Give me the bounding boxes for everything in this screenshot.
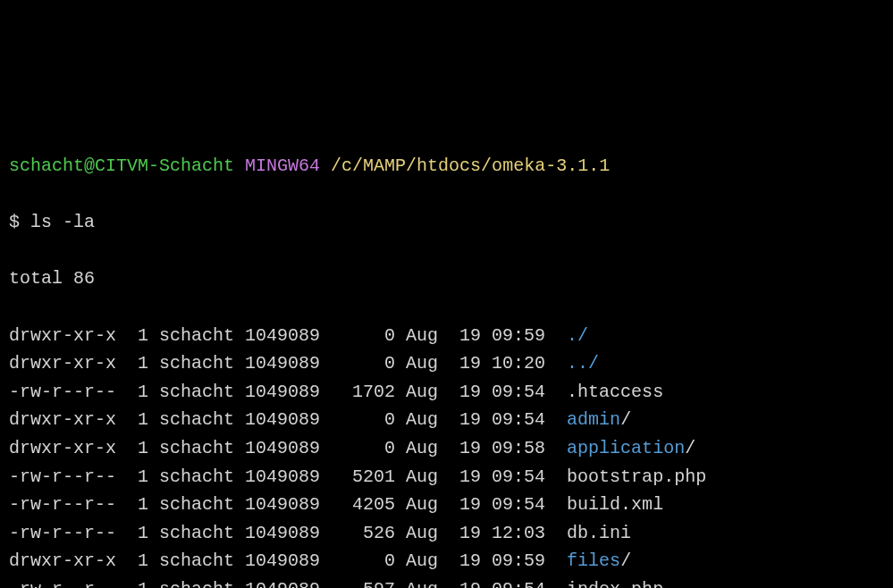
col-perm: drwxr-xr-x bbox=[9, 406, 127, 434]
col-links: 1 bbox=[127, 491, 148, 519]
col-links: 1 bbox=[127, 463, 148, 491]
listing-row: -rw-r--r--1 schacht1049089597 Aug19 09:5… bbox=[9, 575, 884, 588]
col-day: 19 bbox=[449, 349, 481, 378]
col-perm: -rw-r--r-- bbox=[9, 575, 127, 588]
col-group: 1049089 bbox=[245, 322, 331, 350]
listing-row: -rw-r--r--1 schacht10490895201 Aug19 09:… bbox=[9, 463, 884, 491]
dir-slash: / bbox=[620, 550, 631, 571]
col-day: 19 bbox=[449, 378, 481, 407]
col-owner: schacht bbox=[159, 378, 245, 407]
col-month: Aug bbox=[406, 463, 449, 491]
col-size: 0 bbox=[331, 547, 395, 575]
col-time: 09:59 bbox=[492, 547, 556, 575]
listing-row: -rw-r--r--1 schacht1049089526 Aug19 12:0… bbox=[9, 519, 884, 548]
col-links: 1 bbox=[127, 349, 148, 378]
col-time: 10:20 bbox=[492, 349, 556, 378]
col-perm: -rw-r--r-- bbox=[9, 519, 127, 548]
col-group: 1049089 bbox=[245, 406, 331, 434]
col-links: 1 bbox=[127, 378, 148, 407]
col-owner: schacht bbox=[159, 519, 245, 548]
col-day: 19 bbox=[449, 519, 481, 548]
col-owner: schacht bbox=[159, 547, 245, 575]
col-time: 12:03 bbox=[492, 519, 556, 548]
file-name: index.php bbox=[567, 579, 663, 588]
col-month: Aug bbox=[406, 519, 449, 548]
cwd-path: /c/MAMP/htdocs/omeka-3.1.1 bbox=[331, 155, 610, 176]
file-name: ../ bbox=[567, 353, 599, 374]
col-size: 0 bbox=[331, 349, 395, 378]
dir-name: files bbox=[567, 550, 620, 571]
col-group: 1049089 bbox=[245, 519, 331, 548]
col-time: 09:54 bbox=[492, 406, 556, 434]
col-links: 1 bbox=[127, 547, 148, 575]
col-time: 09:54 bbox=[492, 378, 556, 407]
col-day: 19 bbox=[449, 406, 481, 434]
shell-name: MINGW64 bbox=[245, 155, 320, 176]
col-size: 1702 bbox=[331, 378, 395, 407]
col-perm: -rw-r--r-- bbox=[9, 491, 127, 519]
command-text: ls -la bbox=[30, 212, 95, 232]
col-month: Aug bbox=[406, 349, 449, 378]
dir-name: admin bbox=[567, 409, 620, 430]
file-name: .htaccess bbox=[567, 382, 663, 402]
col-owner: schacht bbox=[159, 322, 245, 350]
terminal-output[interactable]: schacht@CITVM-Schacht MINGW64 /c/MAMP/ht… bbox=[9, 123, 884, 588]
dir-slash: / bbox=[620, 409, 631, 430]
prompt-line: schacht@CITVM-Schacht MINGW64 /c/MAMP/ht… bbox=[9, 152, 884, 181]
col-perm: drwxr-xr-x bbox=[9, 349, 127, 378]
col-group: 1049089 bbox=[245, 349, 331, 378]
col-group: 1049089 bbox=[245, 575, 331, 588]
col-links: 1 bbox=[127, 575, 148, 588]
col-owner: schacht bbox=[159, 434, 245, 463]
col-group: 1049089 bbox=[245, 491, 331, 519]
file-name: ./ bbox=[567, 325, 588, 346]
col-perm: drwxr-xr-x bbox=[9, 322, 127, 350]
col-month: Aug bbox=[406, 406, 449, 434]
col-owner: schacht bbox=[159, 463, 245, 491]
file-name: admin/ bbox=[567, 409, 631, 430]
col-group: 1049089 bbox=[245, 378, 331, 407]
col-month: Aug bbox=[406, 322, 449, 350]
col-time: 09:54 bbox=[492, 491, 556, 519]
col-perm: drwxr-xr-x bbox=[9, 547, 127, 575]
dir-name: application bbox=[567, 438, 685, 458]
col-time: 09:58 bbox=[492, 434, 556, 463]
col-month: Aug bbox=[406, 491, 449, 519]
col-size: 597 bbox=[331, 575, 395, 588]
col-size: 4205 bbox=[331, 491, 395, 519]
file-name: db.ini bbox=[567, 523, 631, 543]
col-month: Aug bbox=[406, 434, 449, 463]
col-links: 1 bbox=[127, 406, 148, 434]
listing-row: -rw-r--r--1 schacht10490894205 Aug19 09:… bbox=[9, 491, 884, 519]
col-perm: -rw-r--r-- bbox=[9, 378, 127, 407]
col-day: 19 bbox=[449, 547, 481, 575]
col-month: Aug bbox=[406, 575, 449, 588]
col-size: 0 bbox=[331, 406, 395, 434]
col-size: 526 bbox=[331, 519, 395, 548]
listing-row: -rw-r--r--1 schacht10490891702 Aug19 09:… bbox=[9, 378, 884, 407]
col-perm: -rw-r--r-- bbox=[9, 463, 127, 491]
listing-row: drwxr-xr-x1 schacht10490890 Aug19 09:58 … bbox=[9, 434, 884, 463]
col-perm: drwxr-xr-x bbox=[9, 434, 127, 463]
col-owner: schacht bbox=[159, 491, 245, 519]
col-time: 09:54 bbox=[492, 463, 556, 491]
listing-row: drwxr-xr-x1 schacht10490890 Aug19 09:54 … bbox=[9, 406, 884, 434]
col-size: 0 bbox=[331, 322, 395, 350]
col-owner: schacht bbox=[159, 349, 245, 378]
col-day: 19 bbox=[449, 575, 481, 588]
col-day: 19 bbox=[449, 322, 481, 350]
col-links: 1 bbox=[127, 519, 148, 548]
col-time: 09:59 bbox=[492, 322, 556, 350]
col-day: 19 bbox=[449, 434, 481, 463]
file-name: application/ bbox=[567, 438, 695, 458]
col-links: 1 bbox=[127, 434, 148, 463]
file-name: files/ bbox=[567, 550, 631, 571]
col-group: 1049089 bbox=[245, 434, 331, 463]
col-links: 1 bbox=[127, 322, 148, 350]
file-name: build.xml bbox=[567, 494, 663, 515]
user-host: schacht@CITVM-Schacht bbox=[9, 155, 234, 176]
col-day: 19 bbox=[449, 491, 481, 519]
col-group: 1049089 bbox=[245, 463, 331, 491]
listing-row: drwxr-xr-x1 schacht10490890 Aug19 09:59 … bbox=[9, 322, 884, 350]
col-size: 5201 bbox=[331, 463, 395, 491]
